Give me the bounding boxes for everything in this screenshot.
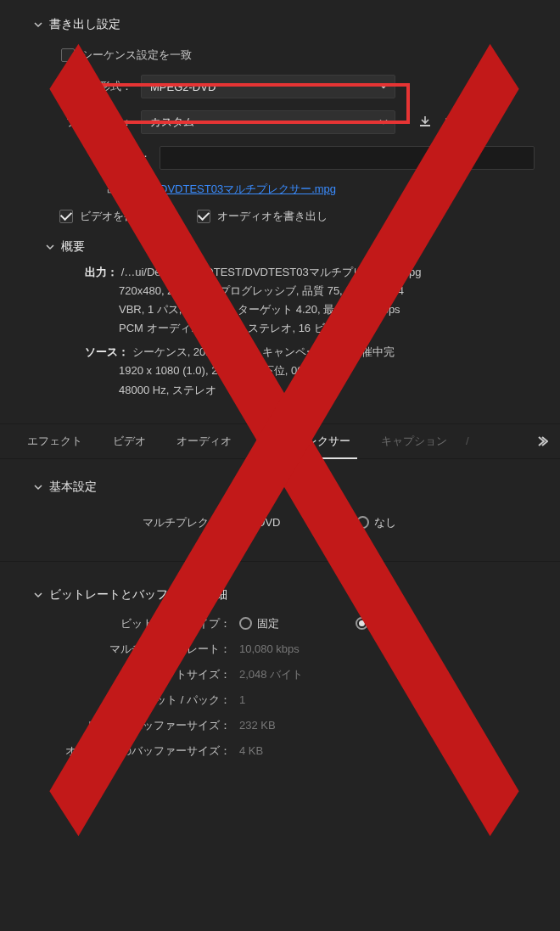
packet-size-value: 2,048 バイト	[239, 667, 303, 682]
preset-label: プリセット：	[61, 115, 141, 130]
tab-audio[interactable]: オーディオ	[161, 424, 247, 458]
bitrate-title: ビットレートとバッファーの詳細	[49, 587, 227, 603]
summary-out-line4: PCM オーディオ, 48 kHz, ステレオ, 16 ビット	[85, 319, 526, 338]
bitrate-type-label: ビットレートタイプ：	[61, 616, 239, 631]
preset-dropdown[interactable]: カスタム	[141, 110, 395, 134]
multiplex-none-label: なし	[374, 515, 396, 530]
video-buffer-value: 232 KB	[239, 719, 276, 732]
export-video-checkbox[interactable]	[59, 210, 73, 223]
basic-settings-title: 基本設定	[49, 480, 97, 495]
summary-block: 出力： /…ui/Desktop/DVDTEST/DVDTEST03マルチプレク…	[0, 258, 560, 408]
match-sequence-label: シーケンス設定を一致	[81, 48, 192, 63]
basic-settings-header[interactable]: 基本設定	[0, 471, 560, 503]
multiplex-dvd-label: DVD	[257, 516, 280, 529]
bitrate-header[interactable]: ビットレートとバッファーの詳細	[0, 579, 560, 611]
output-name-link[interactable]: DVDTEST03マルチプレクサー.mpg	[160, 182, 336, 197]
format-dropdown[interactable]: MPEG2-DVD	[141, 75, 395, 98]
export-settings-header[interactable]: 書き出し設定	[0, 8, 560, 41]
packet-size-label: パケットサイズ：	[61, 667, 239, 682]
tab-bar: エフェクト ビデオ オーディオ マルチプレクサー キャプション /	[0, 423, 560, 459]
tab-mux-label: マルチプレクサー	[262, 434, 350, 449]
chevron-down-icon	[34, 483, 42, 491]
bitrate-variable-radio[interactable]	[356, 617, 368, 630]
mux-rate-value: 10,080 kbps	[239, 642, 300, 655]
multiplex-label: マルチプレクス：	[61, 515, 239, 530]
tab-overflow[interactable]	[535, 435, 548, 448]
summary-out-line1: /…ui/Desktop/DVDTEST/DVDTEST03マルチプレクサー.m…	[121, 266, 422, 278]
bitrate-fixed-radio[interactable]	[239, 617, 252, 630]
tab-effects-label: エフェクト	[27, 434, 82, 449]
summary-src-label: ソース：	[85, 345, 129, 358]
tab-video[interactable]: ビデオ	[98, 424, 161, 458]
preset-value: カスタム	[150, 115, 194, 130]
tab-video-label: ビデオ	[113, 434, 146, 449]
delete-preset-icon[interactable]	[470, 113, 489, 132]
tab-effects[interactable]: エフェクト	[12, 424, 98, 458]
comment-input[interactable]	[160, 146, 535, 170]
export-audio-checkbox[interactable]	[197, 210, 210, 223]
bitrate-variable-label: 可変	[373, 616, 395, 631]
tab-caption[interactable]: キャプション	[366, 424, 462, 458]
summary-src-line1: シーケンス, 2019スポットキャンペーン大阪開催中完	[132, 345, 395, 358]
bitrate-fixed-label: 固定	[257, 616, 279, 631]
mux-rate-label: マルチプレクスレート：	[61, 642, 239, 657]
svg-rect-1	[475, 119, 484, 128]
summary-src-line2: 1920 x 1080 (1.0), 29.97 fps, 下位, 00;01;…	[85, 362, 526, 380]
tab-multiplexer[interactable]: マルチプレクサー	[247, 424, 366, 458]
svg-rect-0	[420, 125, 430, 126]
comment-label: コメント：	[61, 150, 160, 165]
summary-out-line2: 720x480, 29.97 fps, プログレッシブ, 品質 75, 00;0…	[85, 282, 526, 300]
multiplex-dvd-radio[interactable]	[239, 516, 252, 529]
summary-out-label: 出力：	[85, 266, 118, 278]
audio-buffer-value: 4 KB	[239, 744, 263, 757]
summary-out-line3: VBR, 1 パス, 最小 2.80, ターゲット 4.20, 最大 7.00 …	[85, 300, 526, 319]
format-label: 形式：	[61, 79, 141, 94]
multiplex-none-radio[interactable]	[356, 516, 369, 529]
video-buffer-label: ビデオのバッファーサイズ：	[61, 718, 239, 733]
export-video-label: ビデオを書き出し	[80, 209, 168, 224]
save-preset-icon[interactable]	[416, 113, 434, 132]
tab-audio-label: オーディオ	[176, 434, 232, 449]
export-audio-label: オーディオを書き出し	[217, 209, 328, 224]
packets-per-pack-value: 1	[239, 693, 245, 706]
tab-caption-label: キャプション	[381, 434, 447, 449]
chevron-down-icon	[34, 20, 42, 29]
chevron-down-icon	[379, 116, 388, 129]
match-sequence-checkbox[interactable]	[61, 48, 75, 62]
summary-header[interactable]: 概要	[0, 236, 560, 258]
import-preset-icon[interactable]	[443, 113, 462, 132]
chevron-down-icon	[34, 591, 42, 599]
audio-buffer-label: オーディオのバッファーサイズ：	[61, 743, 239, 759]
export-settings-title: 書き出し設定	[49, 17, 120, 32]
output-name-label: 出力名：	[61, 182, 160, 197]
format-value: MPEG2-DVD	[150, 81, 216, 93]
summary-src-line3: 48000 Hz, ステレオ	[85, 381, 526, 400]
summary-title: 概要	[61, 239, 85, 255]
chevron-down-icon	[46, 243, 54, 251]
packets-per-pack-label: パケット / パック：	[61, 693, 239, 708]
tab-divider: /	[466, 435, 469, 447]
chevron-down-icon	[379, 81, 388, 93]
